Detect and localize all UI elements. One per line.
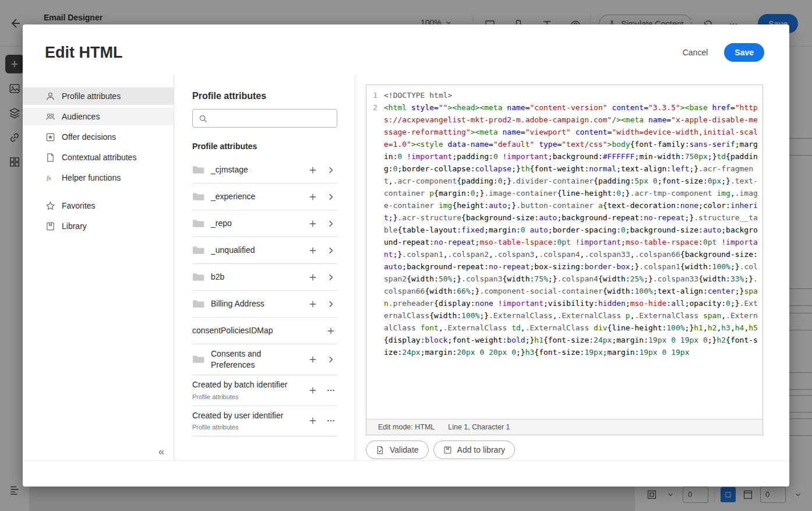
expand-attribute-button[interactable]: [324, 353, 337, 366]
add-to-library-button[interactable]: Add to library: [433, 440, 515, 459]
dialog-title: Edit HTML: [45, 44, 683, 62]
attribute-label: b2b: [211, 272, 300, 283]
row-actions: [306, 353, 337, 366]
sidebar-item-label: Favorites: [62, 201, 96, 210]
attribute-label: _unqualified: [211, 245, 300, 256]
save-button[interactable]: Save: [724, 43, 764, 62]
list-item[interactable]: Created by batch identifierProfile attri…: [192, 375, 337, 406]
row-actions: [306, 384, 337, 397]
sidebar-item-label: Offer decisions: [62, 132, 116, 142]
attribute-label: _repo: [211, 218, 300, 229]
folder-icon: [192, 192, 204, 202]
attribute-list: _cjmstage_experience_repo_unqualifiedb2b…: [192, 157, 337, 436]
offer-decisions-icon: [45, 132, 55, 142]
star-icon: [45, 201, 55, 211]
sidebar-item-label: Audiences: [62, 112, 100, 121]
row-actions: [324, 325, 337, 337]
cancel-button[interactable]: Cancel: [683, 48, 708, 57]
row-actions: [306, 414, 337, 427]
list-item[interactable]: _experience: [192, 184, 337, 210]
list-item[interactable]: _repo: [192, 210, 337, 237]
row-actions: [306, 191, 337, 203]
list-item[interactable]: _cjmstage: [192, 157, 337, 184]
validate-button[interactable]: Validate: [366, 440, 429, 459]
add-to-library-label: Add to library: [457, 445, 505, 454]
expand-attribute-button[interactable]: [324, 298, 337, 311]
attribute-label: Created by batch identifierProfile attri…: [192, 379, 300, 401]
add-attribute-button[interactable]: [306, 164, 319, 177]
attribute-sublabel: Profile attributes: [192, 393, 300, 401]
code-area[interactable]: 1<!DOCTYPE html>2<html style=""><head><m…: [366, 85, 762, 419]
add-attribute-button[interactable]: [306, 384, 319, 397]
expand-attribute-button[interactable]: [324, 217, 337, 230]
row-actions: [306, 298, 337, 311]
collapse-sidebar-button[interactable]: «: [158, 446, 164, 457]
sidebar-item-library[interactable]: Library: [23, 217, 174, 235]
more-actions-button[interactable]: [324, 414, 337, 427]
list-item[interactable]: b2b: [192, 264, 337, 291]
add-attribute-button[interactable]: [306, 298, 319, 311]
editor-panel: 1<!DOCTYPE html>2<html style=""><head><m…: [355, 75, 789, 460]
attribute-label: Consents and Preferences: [211, 348, 300, 371]
code-line-text: <!DOCTYPE html>: [384, 89, 762, 101]
modal-nav-list: Profile attributesAudiencesOffer decisio…: [23, 87, 174, 186]
line-number: 2: [366, 101, 384, 358]
library-icon: [443, 446, 452, 454]
expand-attribute-button[interactable]: [324, 271, 337, 284]
edit-html-dialog: Edit HTML Cancel Save Profile attributes…: [23, 24, 789, 487]
editor-actions: Validate Add to library: [366, 440, 763, 459]
sidebar-item-audiences[interactable]: Audiences: [23, 108, 174, 125]
sidebar-item-profile-attributes[interactable]: Profile attributes: [23, 87, 174, 105]
add-attribute-button[interactable]: [306, 217, 319, 230]
folder-icon: [192, 245, 204, 255]
row-actions: [306, 244, 337, 257]
attribute-label: _experience: [211, 191, 300, 202]
add-attribute-button[interactable]: [306, 244, 319, 257]
attributes-panel-title: Profile attributes: [192, 91, 337, 101]
sidebar-item-favorites[interactable]: Favorites: [23, 197, 174, 214]
row-actions: [306, 271, 337, 284]
list-item[interactable]: Consents and Preferences: [192, 344, 337, 375]
list-item[interactable]: _unqualified: [192, 237, 337, 264]
expand-attribute-button[interactable]: [324, 244, 337, 257]
folder-icon: [192, 299, 204, 309]
sidebar-item-label: Contextual attributes: [62, 153, 136, 162]
attribute-label: consentPoliciesIDMap: [192, 325, 318, 336]
dialog-body: Profile attributesAudiencesOffer decisio…: [23, 75, 789, 461]
edit-mode-label: Edit mode: HTML: [378, 423, 435, 431]
sidebar-item-offer-decisions[interactable]: Offer decisions: [23, 128, 174, 146]
add-attribute-button[interactable]: [306, 271, 319, 284]
expand-attribute-button[interactable]: [324, 191, 337, 203]
add-attribute-button[interactable]: [306, 353, 319, 366]
sidebar-item-contextual-attributes[interactable]: Contextual attributes: [23, 149, 174, 166]
search-icon: [199, 114, 207, 123]
cursor-position-label: Line 1, Character 1: [448, 423, 510, 431]
add-attribute-button[interactable]: [306, 414, 319, 427]
contextual-attributes-icon: [45, 153, 55, 163]
code-editor: 1<!DOCTYPE html>2<html style=""><head><m…: [366, 84, 763, 435]
search-input[interactable]: [212, 114, 331, 123]
code-line-text: <html style=""><head><meta name="content…: [384, 101, 762, 358]
sidebar-item-label: Library: [62, 221, 87, 231]
dialog-footer: [23, 461, 789, 487]
editor-statusbar: Edit mode: HTML Line 1, Character 1: [366, 419, 762, 435]
dialog-sidebar: Profile attributesAudiencesOffer decisio…: [23, 75, 174, 460]
list-item[interactable]: consentPoliciesIDMap: [192, 318, 337, 344]
row-actions: [306, 164, 337, 177]
sidebar-item-label: Profile attributes: [62, 91, 121, 101]
validate-label: Validate: [390, 445, 419, 454]
folder-icon: [192, 165, 204, 175]
add-attribute-button[interactable]: [324, 325, 337, 337]
sidebar-item-helper-functions[interactable]: fxHelper functions: [23, 169, 174, 186]
list-item[interactable]: Created by user identifierProfile attrib…: [192, 406, 337, 437]
list-item[interactable]: Billing Address: [192, 291, 337, 318]
more-actions-button[interactable]: [324, 384, 337, 397]
attribute-label: Billing Address: [211, 298, 300, 309]
attribute-label: _cjmstage: [211, 164, 300, 175]
helper-functions-icon: fx: [45, 173, 55, 183]
attribute-list-title: Profile attributes: [192, 142, 337, 151]
expand-attribute-button[interactable]: [324, 164, 337, 177]
add-attribute-button[interactable]: [306, 191, 319, 203]
attribute-search[interactable]: [192, 109, 337, 128]
folder-icon: [192, 354, 204, 364]
